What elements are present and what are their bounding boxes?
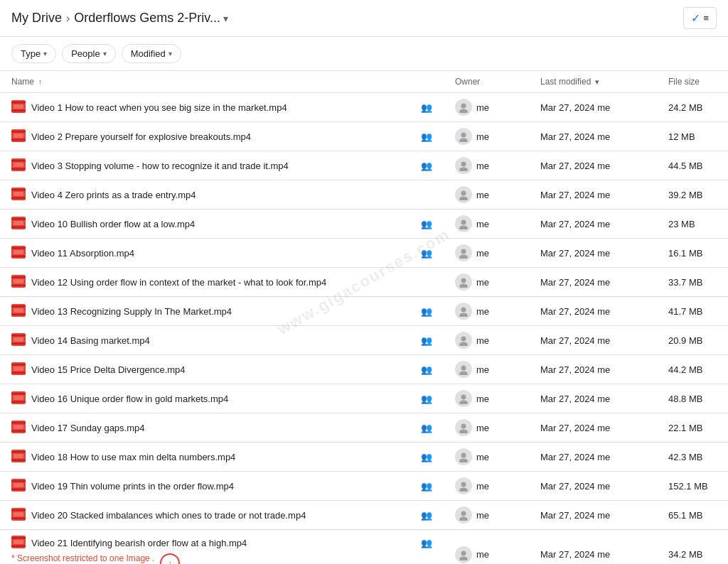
file-name-text: Video 16 Unique order flow in gold marke… — [31, 394, 414, 404]
file-size-cell: 152.1 MB — [657, 472, 728, 501]
file-name-cell: Video 16 Unique order flow in gold marke… — [0, 384, 444, 413]
column-header-owner[interactable]: Owner — [444, 71, 529, 93]
modified-cell: Mar 27, 2024 me — [529, 530, 657, 565]
avatar — [455, 273, 472, 291]
file-name-text: Video 13 Recognizing Supply In The Marke… — [31, 306, 414, 317]
avatar — [455, 506, 472, 524]
file-name-cell: Video 17 Sunday gaps.mp4👥 — [0, 413, 444, 443]
modified-cell: Mar 27, 2024 me — [529, 297, 657, 326]
file-name-cell: Video 14 Basing market.mp4👥 — [0, 326, 444, 355]
file-size-cell: 33.7 MB — [657, 268, 728, 297]
file-name-text: Video 21 Identifying bearish order flow … — [31, 538, 414, 548]
table-row[interactable]: Video 4 Zero prints as a trade entry.mp4… — [0, 180, 728, 210]
owner-cell: me — [444, 326, 529, 355]
table-row[interactable]: Video 16 Unique order flow in gold marke… — [0, 384, 728, 413]
file-name-cell: Video 18 How to use max min delta number… — [0, 443, 444, 472]
table-row[interactable]: Video 14 Basing market.mp4👥meMar 27, 202… — [0, 326, 728, 355]
video-icon-svg — [11, 275, 26, 288]
modified-filter-button[interactable]: Modified ▾ — [122, 44, 181, 63]
owner-name: me — [476, 248, 489, 259]
table-row[interactable]: Video 17 Sunday gaps.mp4👥meMar 27, 2024 … — [0, 413, 728, 443]
svg-rect-68 — [11, 430, 26, 432]
owner-cell: me — [444, 384, 529, 413]
svg-rect-91 — [11, 537, 26, 539]
svg-rect-2 — [11, 109, 26, 112]
svg-rect-20 — [11, 197, 26, 199]
svg-point-23 — [459, 197, 468, 201]
svg-rect-51 — [14, 337, 23, 342]
table-row[interactable]: Video 19 Thin volume prints in the order… — [0, 472, 728, 501]
file-size-cell: 44.2 MB — [657, 355, 728, 384]
svg-rect-44 — [11, 313, 26, 315]
file-name-text: Video 11 Absorption.mp4 — [31, 248, 414, 259]
modified-cell: Mar 27, 2024 me — [529, 355, 657, 384]
file-name-cell: Video 2 Prepare yourself for explosive b… — [0, 122, 444, 151]
column-header-modified[interactable]: Last modified ▾ — [529, 71, 657, 93]
owner-name: me — [476, 423, 489, 433]
svg-rect-32 — [11, 255, 26, 257]
modified-cell: Mar 27, 2024 me — [529, 122, 657, 151]
type-filter-button[interactable]: Type ▾ — [11, 44, 56, 63]
svg-rect-27 — [14, 221, 23, 225]
video-file-icon — [11, 246, 26, 261]
shared-icon: 👥 — [421, 102, 432, 113]
shared-icon: 👥 — [421, 248, 432, 259]
owner-name: me — [476, 131, 489, 142]
table-row[interactable]: Video 20 Stacked imbalances which ones t… — [0, 501, 728, 530]
file-size-cell: 65.1 MB — [657, 501, 728, 530]
table-row[interactable]: Video 21 Identifying bearish order flow … — [0, 530, 728, 565]
table-row[interactable]: Video 11 Absorption.mp4👥meMar 27, 2024 m… — [0, 239, 728, 268]
table-row[interactable]: Video 13 Recognizing Supply In The Marke… — [0, 297, 728, 326]
svg-rect-39 — [14, 279, 23, 283]
file-size-cell: 44.5 MB — [657, 151, 728, 180]
name-sort-arrow: ↑ — [38, 77, 43, 86]
video-file-icon — [11, 362, 26, 377]
svg-point-88 — [461, 511, 466, 516]
video-icon-svg — [11, 508, 26, 521]
view-toggle-button[interactable]: ✓ ≡ — [683, 7, 717, 29]
svg-rect-81 — [14, 483, 23, 487]
shared-icon: 👥 — [421, 394, 432, 404]
avatar — [455, 215, 472, 232]
svg-rect-56 — [11, 372, 26, 374]
avatar — [455, 244, 472, 261]
shared-icon: 👥 — [421, 423, 432, 433]
people-filter-button[interactable]: People ▾ — [62, 44, 115, 63]
svg-rect-93 — [14, 540, 23, 544]
svg-point-5 — [459, 109, 468, 114]
modified-cell: Mar 27, 2024 me — [529, 268, 657, 297]
video-file-icon — [11, 188, 26, 202]
svg-rect-57 — [14, 367, 23, 371]
file-name-text: Video 14 Basing market.mp4 — [31, 335, 414, 346]
table-row[interactable]: Video 18 How to use max min delta number… — [0, 443, 728, 472]
file-name-text: Video 19 Thin volume prints in the order… — [31, 481, 414, 492]
table-row[interactable]: Video 2 Prepare yourself for explosive b… — [0, 122, 728, 151]
table-row[interactable]: Video 10 Bullish order flow at a low.mp4… — [0, 210, 728, 239]
svg-point-59 — [459, 372, 468, 376]
owner-name: me — [476, 452, 489, 462]
file-name-text: Video 2 Prepare yourself for explosive b… — [31, 131, 414, 142]
file-name-text: Video 18 How to use max min delta number… — [31, 452, 414, 462]
table-row[interactable]: Video 3 Stopping volume - how to recogni… — [0, 151, 728, 180]
type-dropdown-arrow: ▾ — [43, 50, 47, 58]
svg-point-46 — [461, 308, 466, 313]
avatar — [455, 361, 472, 378]
screenshot-notice: * Screenshot restricted to one Image .Mo… — [11, 553, 432, 564]
table-row[interactable]: Video 15 Price Delta Divergence.mp4👥meMa… — [0, 355, 728, 384]
video-icon-svg — [11, 421, 26, 433]
avatar — [455, 477, 472, 494]
my-drive-link[interactable]: My Drive — [11, 11, 62, 26]
shared-icon: 👥 — [421, 131, 432, 142]
modified-sort-arrow: ▾ — [595, 77, 599, 86]
video-file-icon — [11, 275, 26, 290]
table-row[interactable]: Video 1 How to react when you see big si… — [0, 93, 728, 122]
video-icon-svg — [11, 391, 26, 404]
svg-point-41 — [459, 284, 468, 288]
avatar — [455, 128, 472, 145]
svg-rect-31 — [11, 247, 26, 249]
column-header-name[interactable]: Name ↑ — [0, 71, 444, 93]
svg-rect-92 — [11, 546, 26, 548]
svg-rect-75 — [14, 454, 23, 458]
column-header-size[interactable]: File size — [657, 71, 728, 93]
table-row[interactable]: Video 12 Using order flow in context of … — [0, 268, 728, 297]
